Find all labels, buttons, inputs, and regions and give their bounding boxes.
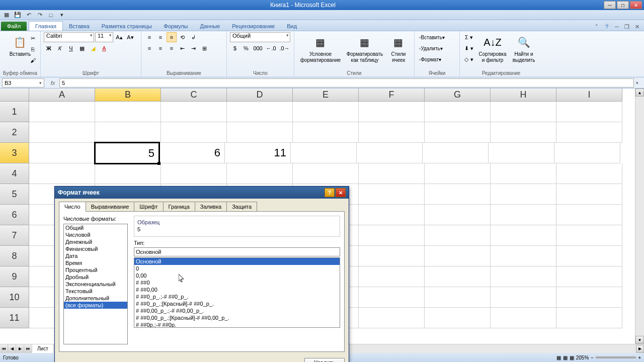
row-header[interactable]: 4 — [0, 163, 29, 184]
column-header[interactable]: E — [293, 88, 359, 102]
dialog-tab[interactable]: Защита — [226, 202, 257, 211]
underline-icon[interactable]: Ч — [66, 43, 76, 53]
cell[interactable] — [425, 246, 491, 266]
cell[interactable] — [29, 163, 95, 184]
fill-icon[interactable]: ⬇ ▾ — [463, 43, 475, 53]
tab-view[interactable]: Вид — [281, 22, 303, 31]
cell[interactable] — [491, 266, 556, 287]
cell[interactable] — [359, 205, 425, 225]
dialog-help-icon[interactable]: ? — [325, 188, 335, 197]
orientation-icon[interactable]: ⟲ — [178, 32, 188, 42]
vertical-scrollbar[interactable]: ▲ ▼ — [635, 88, 644, 344]
category-item[interactable]: Время — [64, 259, 127, 266]
sheet-first-icon[interactable]: ⏮ — [0, 344, 8, 353]
tab-home[interactable]: Главная — [29, 21, 63, 31]
decrease-indent-icon[interactable]: ⇤ — [178, 43, 188, 53]
cell[interactable] — [554, 143, 620, 163]
formula-input[interactable]: 5 — [59, 78, 634, 87]
copy-icon[interactable]: ⎘ — [28, 44, 38, 54]
sheet-next-icon[interactable]: ▶ — [16, 344, 24, 353]
sheet-last-icon[interactable]: ⏭ — [24, 344, 32, 353]
cell[interactable] — [556, 225, 622, 246]
column-header[interactable]: G — [425, 88, 491, 102]
column-header[interactable]: B — [95, 88, 161, 102]
delete-button[interactable]: Удалить — [304, 358, 345, 362]
tab-file[interactable]: Файл — [1, 22, 27, 31]
category-item[interactable]: Финансовый — [64, 245, 127, 252]
cell[interactable] — [425, 287, 491, 308]
font-name-select[interactable]: Calibri — [44, 32, 94, 42]
cell[interactable] — [227, 163, 293, 184]
cell[interactable] — [227, 122, 293, 143]
category-item[interactable]: Денежный — [64, 238, 127, 245]
sort-filter-button[interactable]: A↓ZСортировка и фильтр — [477, 32, 508, 65]
decrease-decimal-icon[interactable]: .0→ — [278, 43, 291, 53]
cell[interactable] — [491, 163, 556, 184]
dialog-tab[interactable]: Шрифт — [134, 202, 163, 211]
cell[interactable] — [29, 143, 95, 163]
cell[interactable] — [359, 266, 425, 287]
row-header[interactable]: 5 — [0, 184, 29, 205]
row-header[interactable]: 2 — [0, 122, 29, 143]
row-header[interactable]: 8 — [0, 246, 29, 266]
cell[interactable] — [556, 246, 622, 266]
autosum-icon[interactable]: Σ ▾ — [463, 32, 475, 42]
cell[interactable] — [293, 102, 359, 122]
merge-icon[interactable]: ⊞ — [200, 43, 210, 53]
column-header[interactable]: D — [227, 88, 293, 102]
insert-cells-button[interactable]: ▫ Вставить ▾ — [418, 32, 446, 42]
cell[interactable] — [423, 143, 489, 163]
comma-icon[interactable]: 000 — [252, 43, 264, 53]
cell[interactable] — [425, 102, 491, 122]
format-cells-button[interactable]: ▫ Формат ▾ — [418, 54, 443, 64]
zoom-out-icon[interactable]: − — [591, 355, 594, 360]
wrap-text-icon[interactable]: ↲ — [189, 32, 199, 42]
type-item[interactable]: # ##0,00_р_.;-# ##0,00_р_. — [134, 307, 340, 314]
align-bottom-icon[interactable]: ≡ — [167, 32, 177, 42]
cell[interactable]: 11 — [225, 143, 291, 163]
row-header[interactable]: 7 — [0, 225, 29, 246]
maximize-button[interactable]: □ — [617, 1, 629, 9]
close-button[interactable]: ✕ — [630, 1, 642, 9]
currency-icon[interactable]: $ — [230, 43, 240, 53]
cell[interactable] — [491, 287, 556, 308]
cell[interactable] — [359, 287, 425, 308]
row-header[interactable]: 11 — [0, 308, 29, 328]
conditional-formatting-button[interactable]: ▦Условное форматирование — [297, 32, 344, 65]
cell[interactable] — [359, 225, 425, 246]
type-item[interactable]: # ##0,00 — [134, 286, 340, 293]
cell[interactable] — [161, 163, 227, 184]
fx-icon[interactable]: fx — [48, 78, 57, 87]
column-header[interactable]: A — [29, 88, 95, 102]
cell[interactable] — [491, 122, 556, 143]
type-item[interactable]: # ##0,00_р_.;[Красный]-# ##0,00_р_. — [134, 314, 340, 321]
scroll-down-icon[interactable]: ▼ — [635, 336, 644, 344]
cell[interactable] — [556, 122, 622, 143]
find-select-button[interactable]: 🔍Найти и выделить — [508, 32, 539, 65]
cell[interactable] — [556, 266, 622, 287]
dialog-tab[interactable]: Заливка — [195, 202, 227, 211]
category-item[interactable]: Процентный — [64, 266, 127, 274]
cell[interactable] — [359, 184, 425, 205]
font-color-icon[interactable]: А — [99, 43, 109, 53]
cell[interactable] — [293, 122, 359, 143]
cell[interactable] — [491, 184, 556, 205]
save-icon[interactable]: 💾 — [13, 11, 22, 19]
cell[interactable] — [95, 122, 161, 143]
cut-icon[interactable]: ✂ — [28, 33, 38, 43]
excel-icon[interactable]: ▦ — [2, 11, 11, 19]
type-item[interactable]: 0 — [134, 265, 340, 272]
category-item[interactable]: Дробный — [64, 274, 127, 281]
cell[interactable] — [425, 308, 491, 328]
row-header[interactable]: 3 — [0, 143, 29, 163]
view-layout-icon[interactable]: ▦ — [563, 355, 568, 360]
cell[interactable] — [556, 308, 622, 328]
cell[interactable] — [29, 102, 95, 122]
category-list[interactable]: ОбщийЧисловойДенежныйФинансовыйДатаВремя… — [63, 224, 128, 344]
zoom-level[interactable]: 205% — [576, 355, 589, 360]
type-input[interactable] — [134, 247, 340, 256]
dialog-close-icon[interactable]: ✕ — [336, 188, 346, 197]
cell[interactable] — [489, 143, 554, 163]
cell[interactable] — [293, 163, 359, 184]
font-size-select[interactable]: 11 — [95, 32, 113, 42]
